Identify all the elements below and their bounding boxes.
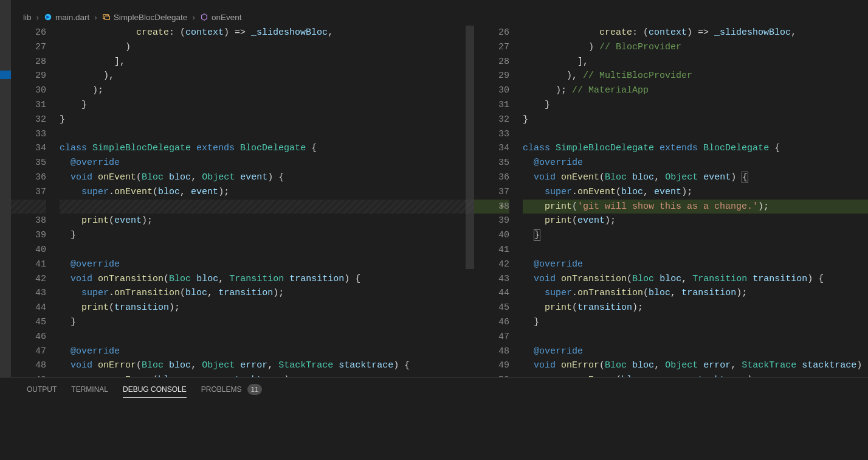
code-line[interactable]: print(transition);	[523, 301, 868, 315]
code-line[interactable]: }	[60, 228, 474, 243]
code-line[interactable]: create: (context) => _slideshowBloc,	[523, 26, 868, 40]
breadcrumb-file-label: main.dart	[55, 13, 89, 22]
code-line[interactable]: @override	[60, 156, 474, 170]
code-line[interactable]: super.onEvent(bloc, event);	[60, 185, 474, 200]
breadcrumb-class-label: SimpleBlocDelegate	[114, 13, 188, 22]
tab-debug-console[interactable]: DEBUG CONSOLE	[123, 385, 187, 398]
tab-output[interactable]: OUTPUT	[27, 385, 57, 397]
chevron-right-icon: ›	[36, 13, 40, 22]
gutter-right: 26272829303132333435363738+3940414243444…	[474, 26, 523, 377]
code-line[interactable]: }	[60, 98, 474, 113]
tab-problems[interactable]: PROBLEMS 11	[201, 384, 262, 399]
code-line[interactable]: void onError(Bloc bloc, Object error, St…	[523, 358, 868, 373]
code-line[interactable]: void onEvent(Bloc bloc, Object event) {	[523, 170, 868, 185]
code-line[interactable]: super.onTransition(bloc, transition);	[60, 286, 474, 301]
code-line[interactable]: }	[60, 315, 474, 330]
breadcrumb[interactable]: lib › main.dart › SimpleBlocDelegate › o…	[11, 9, 868, 26]
bottom-panel: OUTPUT TERMINAL DEBUG CONSOLE PROBLEMS 1…	[0, 377, 868, 460]
tab-terminal[interactable]: TERMINAL	[71, 385, 108, 397]
code-line[interactable]: }	[523, 228, 868, 243]
gutter-left: 262728293031323334353637 383940414243444…	[11, 26, 60, 377]
code-line[interactable]: super.onTransition(bloc, transition);	[523, 286, 868, 301]
code-line[interactable]	[60, 200, 474, 214]
breadcrumb-method-label: onEvent	[212, 13, 242, 22]
problems-count-badge: 11	[247, 384, 262, 395]
code-line[interactable]: void onEvent(Bloc bloc, Object event) {	[60, 170, 474, 185]
tab-problems-label: PROBLEMS	[201, 385, 242, 394]
code-line[interactable]: }	[523, 98, 868, 113]
code-line[interactable]: ), // MultiBlocProvider	[523, 69, 868, 83]
code-line[interactable]: )	[60, 40, 474, 55]
breadcrumb-folder[interactable]: lib	[23, 13, 32, 22]
diff-original-pane[interactable]: 262728293031323334353637 383940414243444…	[11, 26, 474, 377]
diff-modified-pane[interactable]: 26272829303132333435363738+3940414243444…	[474, 26, 868, 377]
code-line[interactable]	[523, 243, 868, 257]
code-line[interactable]: @override	[60, 257, 474, 272]
code-right[interactable]: create: (context) => _slideshowBloc, ) /…	[523, 26, 868, 377]
breadcrumb-class[interactable]: SimpleBlocDelegate	[102, 13, 188, 22]
code-line[interactable]: }	[60, 113, 474, 127]
svg-rect-2	[105, 16, 109, 19]
code-line[interactable]: void onError(Bloc bloc, Object error, St…	[60, 358, 474, 373]
code-line[interactable]: ) // BlocProvider	[523, 40, 868, 55]
code-line[interactable]: print(transition);	[60, 301, 474, 315]
code-line[interactable]: }	[523, 315, 868, 330]
method-icon	[200, 13, 208, 21]
breadcrumb-folder-label: lib	[23, 13, 32, 22]
code-line[interactable]	[523, 127, 868, 142]
breadcrumb-method[interactable]: onEvent	[200, 13, 242, 22]
breadcrumb-file[interactable]: main.dart	[44, 13, 89, 22]
code-line[interactable]: void onTransition(Bloc bloc, Transition …	[523, 272, 868, 287]
chevron-right-icon: ›	[192, 13, 195, 22]
code-line[interactable]	[60, 127, 474, 142]
code-line[interactable]: super.onError(bloc, error, stacktrace);	[60, 373, 474, 377]
dart-file-icon	[44, 13, 52, 21]
activity-bar[interactable]	[0, 0, 11, 377]
code-line[interactable]: void onTransition(Bloc bloc, Transition …	[60, 272, 474, 287]
code-line[interactable]: }	[523, 113, 868, 127]
chevron-right-icon: ›	[94, 13, 97, 22]
code-line[interactable]: ],	[523, 55, 868, 69]
code-line[interactable]: ),	[60, 69, 474, 83]
code-left[interactable]: create: (context) => _slideshowBloc, ) ]…	[60, 26, 474, 377]
code-line[interactable]	[60, 243, 474, 257]
code-line[interactable]: );	[60, 83, 474, 98]
diff-editor: 262728293031323334353637 383940414243444…	[11, 26, 868, 377]
code-line[interactable]: super.onEvent(bloc, event);	[523, 185, 868, 200]
activity-indicator	[0, 71, 11, 79]
code-line[interactable]: @override	[523, 257, 868, 272]
code-line[interactable]: @override	[60, 344, 474, 359]
code-line[interactable]: class SimpleBlocDelegate extends BlocDel…	[60, 141, 474, 156]
code-line[interactable]: print(event);	[60, 214, 474, 228]
code-line[interactable]: print(event);	[523, 214, 868, 228]
code-line[interactable]: @override	[523, 344, 868, 359]
code-line[interactable]	[60, 330, 474, 344]
code-line[interactable]: ],	[60, 55, 474, 69]
code-line[interactable]: class SimpleBlocDelegate extends BlocDel…	[523, 141, 868, 156]
code-line[interactable]: @override	[523, 156, 868, 170]
code-line[interactable]: create: (context) => _slideshowBloc,	[60, 26, 474, 40]
panel-tabs: OUTPUT TERMINAL DEBUG CONSOLE PROBLEMS 1…	[0, 378, 868, 399]
code-line[interactable]: super.onError(bloc, error, stacktrace);	[523, 373, 868, 377]
code-line[interactable]: print('git will show this as a change.')…	[523, 200, 868, 214]
code-line[interactable]: ); // MaterialApp	[523, 83, 868, 98]
class-icon	[102, 13, 111, 21]
scrollbar[interactable]	[466, 26, 474, 269]
code-line[interactable]	[523, 330, 868, 344]
